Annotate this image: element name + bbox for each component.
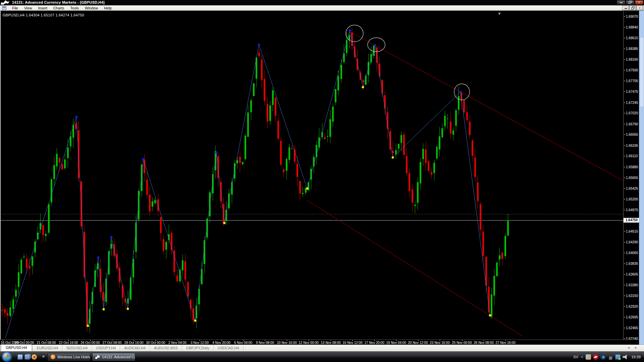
tab-scroll-left-icon[interactable]: ◄: [627, 346, 635, 349]
price-tick-label: 1.68615: [626, 36, 638, 40]
task-button-2[interactable]: 14131: Advanced Cu...: [92, 353, 135, 361]
price-tick: [624, 178, 625, 178]
language-indicator[interactable]: SV: [573, 355, 578, 359]
price-tick: [624, 285, 625, 285]
price-tick-label: 1.64060: [626, 251, 638, 255]
antivirus-tray-icon[interactable]: [593, 354, 598, 360]
price-tick-label: 1.62920: [626, 305, 638, 308]
child-restore-button[interactable]: [630, 6, 636, 10]
time-tick-label: 20 Nov 12:00: [408, 341, 428, 345]
chart-tab-gbpusd-h4[interactable]: GBPUSD,H4: [1, 344, 32, 351]
price-tick-label: 1.64970: [626, 208, 638, 212]
volume-tray-icon[interactable]: [623, 354, 628, 360]
system-tray: SV < a 19:39: [573, 352, 644, 362]
menu-item-tools[interactable]: Tools: [67, 6, 82, 10]
price-axis[interactable]: 1.64750 1.690701.688401.686151.683851.68…: [623, 11, 639, 345]
task-button-1[interactable]: Windows Live Hotm...: [48, 353, 91, 361]
price-tick: [624, 113, 625, 113]
chart-window-icon[interactable]: [2, 6, 6, 10]
price-tick-label: 1.65200: [626, 197, 638, 201]
price-tick-label: 1.65880: [626, 165, 638, 169]
firefox-quicklaunch-icon[interactable]: [32, 354, 37, 360]
menu-item-window[interactable]: Window: [82, 6, 101, 10]
price-tick-label: 1.68385: [626, 47, 638, 51]
price-tick: [624, 296, 625, 296]
time-tick-label: 13 Nov 08:00: [321, 341, 341, 345]
network-tray-icon[interactable]: [615, 354, 621, 360]
price-tick: [624, 242, 625, 242]
child-minimize-button[interactable]: [623, 6, 629, 10]
vertical-scrollbar[interactable]: [639, 11, 644, 345]
firefox-icon: [51, 355, 55, 359]
chart-tab-nzdusd-h4[interactable]: NZDUSD,H4: [62, 345, 92, 351]
power-plug-tray-icon[interactable]: [608, 354, 613, 360]
price-tick-label: 1.62695: [626, 315, 638, 319]
price-tick-label: 1.63150: [626, 294, 638, 298]
acm-icon: [95, 355, 100, 359]
time-tick-label: 12 Nov 00:00: [299, 341, 319, 345]
chart-area: GBPUSD,H4 1.64304 1.65107 1.64274 1.6475…: [0, 11, 644, 345]
a-app-tray-icon[interactable]: a: [600, 354, 606, 360]
price-tick: [624, 70, 625, 70]
price-tick: [624, 103, 625, 103]
chart-tab-usdjpy-h4[interactable]: USDJPY,H4: [92, 345, 120, 351]
chart-tab-audcad-h4[interactable]: AUDCAD,H4: [120, 345, 150, 351]
price-tick-label: 1.66335: [626, 144, 638, 147]
menu-item-charts[interactable]: Charts: [50, 6, 67, 10]
price-tick: [624, 339, 625, 339]
chart-canvas[interactable]: [0, 11, 623, 340]
start-button[interactable]: [2, 352, 12, 362]
clock[interactable]: 19:39: [631, 355, 641, 359]
child-restore-icon: [631, 6, 634, 9]
price-tick: [624, 16, 625, 17]
scrollbar-thumb[interactable]: [640, 37, 644, 107]
price-tick: [624, 231, 625, 232]
menu-item-insert[interactable]: Insert: [35, 6, 50, 10]
price-tick: [624, 27, 625, 27]
time-axis[interactable]: 16 Oct 200920 Oct 00:0021 Oct 08:0022 Oc…: [0, 340, 639, 345]
tray-expand-chevron[interactable]: <: [581, 355, 583, 359]
menu-item-view[interactable]: View: [21, 6, 35, 10]
price-tick: [624, 92, 625, 92]
close-button[interactable]: ×: [635, 0, 643, 5]
switch-windows-icon[interactable]: [24, 354, 30, 360]
window-title: 14131: Advanced Currency Markets - [GBPU…: [12, 0, 105, 4]
price-tick: [624, 81, 625, 81]
current-price-label: 1.64750: [624, 218, 639, 223]
chart-tab-usdcad-h4[interactable]: USDCAD,H4: [214, 345, 244, 351]
show-desktop-icon[interactable]: [17, 354, 23, 360]
chart-tabs-bar: GBPUSD,H4EURUSD,H4NZDUSD,H4USDJPY,H4AUDC…: [0, 345, 644, 351]
windows-flag-icon: [5, 355, 9, 359]
price-tick-label: 1.63605: [626, 273, 638, 276]
price-tick: [624, 167, 625, 167]
time-tick-label: 17 Nov 20:00: [364, 341, 384, 345]
child-close-button[interactable]: ×: [637, 6, 643, 10]
chart-tab-gbpjpy-daily[interactable]: GBPJPY,Daily: [182, 345, 214, 351]
title-bar: 14131: Advanced Currency Markets - [GBPU…: [0, 0, 644, 5]
price-tick-label: 1.63835: [626, 262, 638, 265]
price-tick-label: 1.64290: [626, 240, 638, 244]
desktop: 14131: Advanced Currency Markets - [GBPU…: [0, 0, 644, 362]
chart-tab-eurusd-h4[interactable]: EURUSD,H4: [33, 345, 63, 351]
price-tick: [624, 156, 625, 156]
minimize-button[interactable]: [617, 0, 625, 5]
tab-scroll-arrows[interactable]: ◄►: [627, 346, 642, 349]
time-tick-label: 26 Nov 08:00: [474, 341, 494, 345]
messenger-tray-icon[interactable]: [586, 354, 591, 360]
tab-scroll-right-icon[interactable]: ►: [635, 346, 642, 349]
price-tick: [624, 306, 625, 307]
menu-item-file[interactable]: File: [9, 6, 21, 10]
time-tick-label: 27 Nov 16:00: [495, 341, 516, 345]
price-tick: [624, 188, 625, 189]
chart-tab-audusd-m15[interactable]: AUDUSD,M15: [150, 345, 182, 351]
ohlc-info: GBPUSD,H4 1.64304 1.65107 1.64274 1.6475…: [3, 13, 84, 17]
price-tick-label: 1.67475: [626, 90, 638, 94]
menu-item-help[interactable]: Help: [101, 6, 115, 10]
quicklaunch-overflow-chevron[interactable]: »: [42, 354, 45, 359]
price-tick: [624, 210, 625, 210]
price-tick-label: 1.68840: [626, 25, 638, 29]
restore-button[interactable]: [626, 0, 634, 5]
price-tick-label: 1.64515: [626, 230, 638, 233]
price-tick: [624, 38, 625, 38]
price-tick-label: 1.67020: [626, 111, 638, 115]
